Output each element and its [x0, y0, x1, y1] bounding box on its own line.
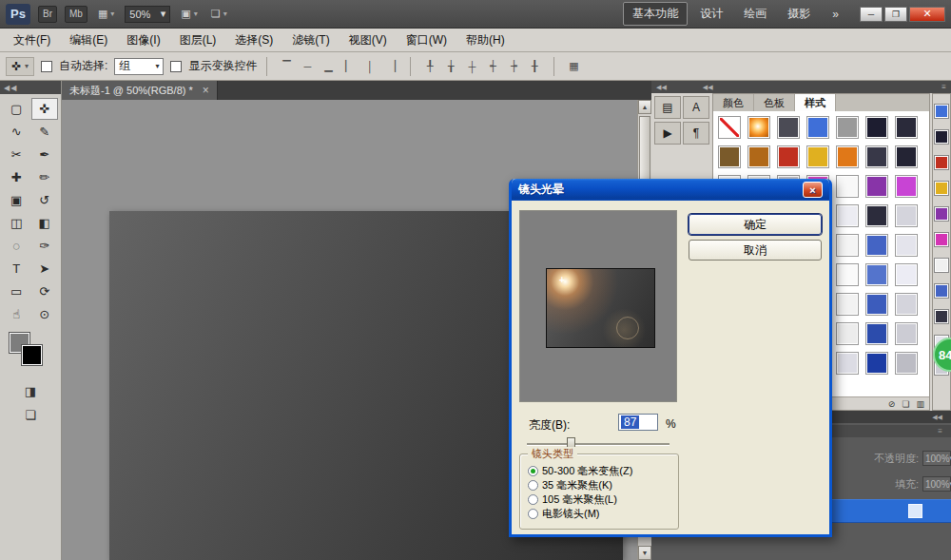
align-icon[interactable]: ▏: [340, 57, 359, 76]
scroll-down-arrow[interactable]: ▼: [638, 546, 651, 560]
quick-mask-icon[interactable]: ◨: [25, 384, 36, 398]
auto-select-checkbox[interactable]: [41, 61, 52, 72]
panel-tab[interactable]: 颜色: [713, 94, 754, 111]
radio-button[interactable]: [528, 509, 538, 519]
style-swatch[interactable]: [865, 175, 888, 198]
dialog-title-bar[interactable]: 镜头光晕 ×: [512, 179, 829, 201]
style-swatch[interactable]: [865, 145, 888, 168]
style-swatch[interactable]: [836, 175, 859, 198]
menu-item[interactable]: 图像(I): [117, 29, 169, 52]
fill-dropdown[interactable]: 100% ▾: [922, 476, 951, 492]
scroll-up-arrow[interactable]: ▲: [638, 100, 651, 114]
style-swatch[interactable]: [836, 145, 859, 168]
style-swatch[interactable]: [836, 234, 859, 257]
restore-button[interactable]: ❐: [884, 7, 907, 22]
radio-button[interactable]: [528, 494, 538, 505]
menu-item[interactable]: 编辑(E): [60, 29, 117, 52]
style-swatch[interactable]: [836, 322, 859, 345]
bridge-button[interactable]: Br: [38, 6, 57, 23]
type-tool[interactable]: T: [3, 258, 30, 280]
swatch[interactable]: [934, 155, 949, 170]
style-swatch[interactable]: [865, 322, 888, 345]
quick-selection-tool[interactable]: ✎: [31, 121, 59, 143]
actions-panel-button[interactable]: ▶: [654, 122, 681, 145]
crop-tool[interactable]: ✂: [3, 144, 30, 165]
background-color-swatch[interactable]: [22, 345, 42, 365]
tool-preset-picker[interactable]: ✜ ▾: [6, 57, 34, 76]
delete-style-icon[interactable]: ▥: [916, 399, 924, 409]
swatch[interactable]: [934, 104, 949, 119]
style-swatch[interactable]: [836, 352, 859, 375]
panel-menu-icon[interactable]: ≡: [941, 83, 946, 91]
eraser-tool[interactable]: ◫: [3, 212, 30, 234]
style-swatch[interactable]: [806, 116, 829, 139]
adjustments-panel-button[interactable]: ▤: [654, 96, 681, 119]
style-swatch[interactable]: [806, 145, 829, 168]
style-swatch[interactable]: [895, 204, 918, 227]
pen-tool[interactable]: ✑: [31, 235, 59, 257]
layer-thumbnail[interactable]: [908, 504, 922, 518]
create-new-style-icon[interactable]: ❏: [902, 399, 909, 409]
style-swatch[interactable]: [865, 116, 888, 139]
path-selection-tool[interactable]: ➤: [31, 258, 59, 280]
document-tab[interactable]: 未标题-1 @ 50%(RGB/8) * ×: [62, 81, 218, 100]
view-extras-dropdown[interactable]: ▦ ▾: [95, 6, 117, 22]
style-swatch[interactable]: [747, 145, 770, 168]
opacity-dropdown[interactable]: 100% ▾: [922, 451, 951, 466]
dock-header[interactable]: ◀◀ ◀◀ ≡: [651, 81, 951, 93]
dialog-close-button[interactable]: ×: [803, 182, 823, 198]
menu-item[interactable]: 滤镜(T): [282, 29, 339, 52]
align-icon[interactable]: │: [360, 57, 379, 76]
show-transform-controls-checkbox[interactable]: [170, 61, 182, 72]
swatch[interactable]: [934, 129, 949, 145]
lens-type-option[interactable]: 105 毫米聚焦(L): [528, 492, 617, 507]
zoom-tool[interactable]: ⊙: [31, 303, 59, 325]
style-swatch[interactable]: [836, 263, 859, 286]
style-swatch[interactable]: [718, 116, 741, 139]
panel-tab[interactable]: 样式: [795, 94, 836, 111]
workspace-tab[interactable]: 设计: [691, 3, 731, 25]
swatch[interactable]: [934, 283, 949, 299]
close-document-icon[interactable]: ×: [203, 84, 209, 97]
style-swatch[interactable]: [895, 145, 918, 168]
lasso-tool[interactable]: ∿: [3, 121, 30, 143]
panel-menu-icon[interactable]: ≡: [938, 427, 942, 435]
align-icon[interactable]: ─: [298, 57, 317, 76]
distribute-icon[interactable]: ╂: [525, 57, 544, 76]
flare-center-crosshair[interactable]: +: [559, 275, 565, 285]
mini-bridge-button[interactable]: Mb: [65, 6, 87, 23]
arrange-documents-dropdown[interactable]: ▣ ▾: [178, 6, 200, 22]
style-swatch[interactable]: [747, 116, 770, 139]
auto-align-layers-button[interactable]: ▦: [564, 57, 583, 76]
swatch[interactable]: [934, 232, 949, 247]
flare-preview-image[interactable]: +: [546, 268, 655, 348]
radio-button[interactable]: [528, 466, 538, 476]
clone-stamp-tool[interactable]: ▣: [3, 189, 30, 211]
swatch[interactable]: [934, 206, 949, 222]
style-swatch[interactable]: [836, 116, 859, 139]
blur-tool[interactable]: ◌: [3, 235, 30, 257]
close-button[interactable]: ✕: [909, 7, 945, 22]
panel-tab[interactable]: 色板: [754, 94, 795, 111]
style-swatch[interactable]: [836, 293, 859, 316]
style-swatch[interactable]: [895, 322, 918, 345]
style-swatch[interactable]: [895, 116, 918, 139]
clear-style-icon[interactable]: ⊘: [888, 399, 896, 409]
minimize-button[interactable]: ─: [860, 7, 883, 22]
distribute-icon[interactable]: ╀: [420, 57, 439, 76]
lens-type-option[interactable]: 50-300 毫米变焦(Z): [528, 464, 632, 478]
style-swatch[interactable]: [865, 234, 888, 257]
style-swatch[interactable]: [895, 352, 918, 375]
paragraph-panel-button[interactable]: ¶: [683, 122, 709, 145]
menu-item[interactable]: 选择(S): [225, 29, 282, 52]
style-swatch[interactable]: [777, 116, 800, 139]
radio-button[interactable]: [528, 480, 538, 491]
swatch[interactable]: [934, 309, 949, 324]
character-panel-button[interactable]: A: [683, 96, 709, 119]
swatch[interactable]: [934, 181, 949, 196]
distribute-icon[interactable]: ┾: [504, 57, 523, 76]
align-icon[interactable]: ▕: [381, 57, 400, 76]
screen-mode-dropdown[interactable]: ❏ ▾: [208, 6, 230, 22]
style-swatch[interactable]: [836, 204, 859, 227]
move-tool[interactable]: ✜: [31, 98, 59, 120]
